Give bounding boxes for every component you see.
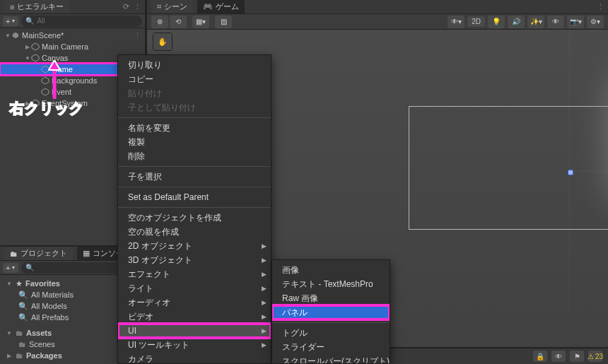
menu-item[interactable]: 削除 bbox=[118, 149, 271, 163]
expand-arrow-icon[interactable]: ▼ bbox=[6, 330, 13, 336]
draw-mode-button[interactable]: 👁▾ bbox=[448, 16, 464, 28]
visibility-icon[interactable]: 👁 bbox=[551, 351, 566, 362]
hierarchy-tab-label: ヒエラルキー bbox=[17, 1, 64, 12]
lock-icon[interactable]: 🔒 bbox=[533, 351, 547, 362]
assets-label: Assets bbox=[26, 329, 52, 337]
expand-arrow-icon[interactable]: ▶ bbox=[6, 353, 13, 359]
context-menu[interactable]: 切り取りコピー貼り付け子として貼り付け名前を変更複製削除子を選択Set as D… bbox=[117, 54, 271, 364]
tool-overlay: ✋ bbox=[153, 33, 173, 51]
hierarchy-menu-icon[interactable]: ⋮ bbox=[134, 2, 141, 11]
hierarchy-icon: ≡ bbox=[10, 3, 14, 11]
audio-toggle[interactable]: 🔊 bbox=[508, 16, 525, 28]
menu-item: 貼り付け bbox=[118, 86, 271, 100]
favorite-label: All Materials bbox=[31, 290, 74, 299]
local-toggle[interactable]: ⟲ bbox=[170, 16, 187, 28]
scene-tab-bar: ⌗ シーン 🎮 ゲーム ⋮ bbox=[147, 0, 608, 14]
menu-item-label: UI ツールキット bbox=[128, 339, 189, 351]
canvas-rect-outline[interactable] bbox=[409, 106, 608, 230]
menu-item-label: Set as Default Parent bbox=[128, 192, 209, 202]
hierarchy-search[interactable]: 🔍 All bbox=[21, 16, 142, 27]
menu-item[interactable]: 空のオブジェクトを作成 bbox=[118, 211, 271, 225]
menu-item[interactable]: UI ツールキット▶ bbox=[118, 338, 271, 352]
menu-separator bbox=[118, 166, 271, 167]
menu-item[interactable]: 切り取り bbox=[118, 58, 271, 72]
svg-marker-1 bbox=[32, 43, 39, 50]
menu-item[interactable]: 空の親を作成 bbox=[118, 225, 271, 239]
expand-arrow-icon[interactable]: ▼ bbox=[6, 281, 13, 287]
menu-item-label: ビデオ bbox=[128, 311, 153, 323]
folder-icon: 🖿 bbox=[18, 340, 26, 348]
menu-item[interactable]: 複製 bbox=[118, 135, 271, 149]
expand-arrow-icon[interactable]: ▶ bbox=[24, 44, 31, 50]
gamepad-icon: 🎮 bbox=[203, 2, 213, 11]
scene-tab[interactable]: ⌗ シーン bbox=[151, 0, 193, 13]
menu-item[interactable]: オーディオ▶ bbox=[118, 295, 271, 310]
menu-item-label: 貼り付け bbox=[128, 88, 162, 100]
packages-label: Packages bbox=[26, 351, 62, 360]
submenu-arrow-icon: ▶ bbox=[262, 271, 267, 278]
menu-item[interactable]: ビデオ▶ bbox=[118, 310, 271, 324]
hierarchy-toolbar: +▼ 🔍 All bbox=[0, 14, 145, 28]
unity-scene-icon bbox=[11, 31, 20, 40]
scene-row[interactable]: ▼ MainScene* ⋮ bbox=[0, 30, 145, 41]
scene-row-menu-icon[interactable]: ⋮ bbox=[134, 31, 141, 40]
filter-icon[interactable]: ⚑ bbox=[570, 351, 584, 362]
menu-item[interactable]: 3D オブジェクト▶ bbox=[118, 253, 271, 267]
hierarchy-tab[interactable]: ≡ ヒエラルキー bbox=[4, 0, 69, 13]
camera-gizmo-icon[interactable] bbox=[566, 168, 574, 176]
console-icon: ▦ bbox=[83, 249, 90, 258]
menu-separator bbox=[118, 117, 271, 118]
pivot-toggle[interactable]: ⊕ bbox=[151, 16, 168, 28]
menu-separator bbox=[118, 207, 271, 208]
menu-item-label: 2D オブジェクト bbox=[128, 240, 192, 252]
menu-item-label: 子として貼り付け bbox=[128, 102, 196, 114]
favorite-label: All Prefabs bbox=[31, 313, 69, 322]
submenu-item[interactable]: テキスト - TextMeshPro bbox=[272, 277, 390, 291]
menu-item[interactable]: カメラ bbox=[118, 352, 271, 364]
submenu-arrow-icon: ▶ bbox=[262, 299, 267, 306]
menu-item[interactable]: 子を選択 bbox=[118, 170, 271, 184]
camera-settings-button[interactable]: 📷▾ bbox=[567, 16, 584, 28]
menu-item[interactable]: 名前を変更 bbox=[118, 121, 271, 135]
project-create-button[interactable]: +▼ bbox=[3, 263, 18, 273]
menu-item-label: エフェクト bbox=[128, 269, 170, 281]
submenu-item-label: テキスト - TextMeshPro bbox=[282, 278, 373, 290]
hand-tool[interactable]: ✋ bbox=[153, 33, 172, 50]
visibility-toggle[interactable]: 👁 bbox=[547, 16, 564, 28]
ui-submenu[interactable]: 画像テキスト - TextMeshProRaw 画像パネルトグルスライダースクロ… bbox=[271, 259, 390, 364]
expand-arrow-icon[interactable]: ▼ bbox=[4, 33, 11, 39]
grid-snap-button[interactable]: ▦▾ bbox=[192, 16, 209, 28]
menu-item[interactable]: 2D オブジェクト▶ bbox=[118, 239, 271, 253]
submenu-item-label: スクロールバー(スクリプト) bbox=[282, 356, 390, 365]
menu-item[interactable]: ライト▶ bbox=[118, 281, 271, 295]
submenu-item[interactable]: スクロールバー(スクリプト) bbox=[272, 354, 390, 364]
annotation-text: 右クリック bbox=[10, 99, 84, 118]
submenu-item[interactable]: Raw 画像 bbox=[272, 291, 390, 305]
menu-item-label: 削除 bbox=[128, 151, 145, 163]
menu-item[interactable]: Set as Default Parent bbox=[118, 190, 271, 204]
scene-grid-icon: ⌗ bbox=[157, 2, 161, 11]
menu-item[interactable]: コピー bbox=[118, 72, 271, 86]
scene-tab-menu-icon[interactable]: ⋮ bbox=[597, 2, 604, 11]
menu-item[interactable]: エフェクト▶ bbox=[118, 267, 271, 281]
hierarchy-create-button[interactable]: +▼ bbox=[3, 16, 18, 26]
2d-toggle[interactable]: 2D bbox=[467, 16, 485, 27]
gizmo-toggle[interactable]: ⚙▾ bbox=[587, 16, 604, 28]
search-icon: 🔍 bbox=[25, 264, 34, 271]
game-tab[interactable]: 🎮 ゲーム bbox=[197, 0, 245, 13]
fx-toggle[interactable]: ✨▾ bbox=[527, 16, 544, 28]
submenu-item[interactable]: トグル bbox=[272, 326, 390, 340]
expand-arrow-icon[interactable]: ▼ bbox=[24, 55, 31, 61]
snap-increment-button[interactable]: ▨ bbox=[215, 16, 232, 28]
hierarchy-lock-icon[interactable]: ⟳ bbox=[123, 2, 129, 11]
warning-badge[interactable]: ⚠23 bbox=[588, 351, 602, 362]
menu-item[interactable]: UI▶ bbox=[118, 324, 271, 338]
menu-item-label: 子を選択 bbox=[128, 171, 162, 183]
submenu-item[interactable]: 画像 bbox=[272, 263, 390, 277]
submenu-item[interactable]: スライダー bbox=[272, 340, 390, 354]
submenu-item[interactable]: パネル bbox=[272, 305, 390, 319]
project-tab-label: プロジェクト bbox=[21, 248, 67, 259]
project-tab[interactable]: 🖿 プロジェクト bbox=[4, 247, 73, 260]
lighting-toggle[interactable]: 💡 bbox=[488, 16, 505, 28]
hierarchy-row[interactable]: ▶Main Camera bbox=[0, 41, 145, 52]
